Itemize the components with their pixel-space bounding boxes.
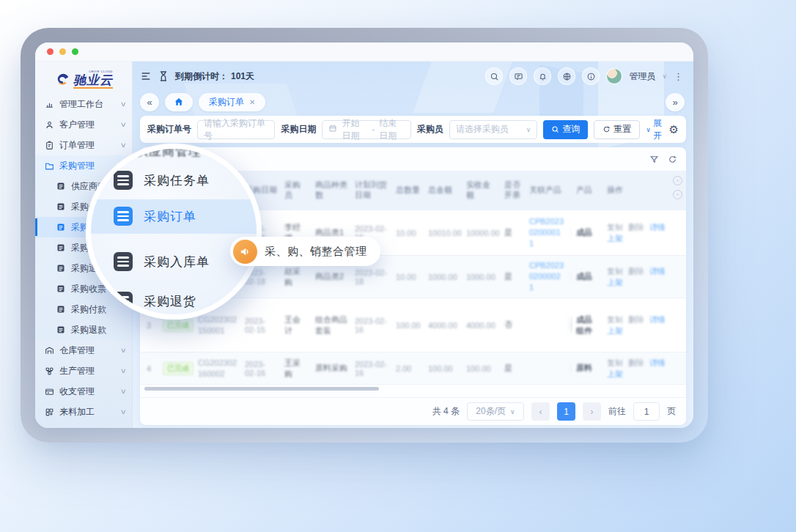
page-size-value: 20条/页 (476, 405, 506, 418)
message-icon[interactable] (509, 67, 527, 85)
table-cell: 100.00 (424, 363, 463, 374)
row-action-link[interactable]: 复制 (607, 267, 623, 276)
column-config-icon[interactable]: ◦ (673, 176, 682, 185)
callout-text: 采、购、销整合管理 (265, 245, 367, 259)
magnifier-item-采购入库单[interactable]: 采购入库单 (114, 249, 210, 274)
sidebar-item-仓库管理[interactable]: 仓库管理∨ (35, 340, 132, 361)
search-icon[interactable] (485, 67, 503, 85)
table-row: 4已完成CG2023021600022023-02-16王采购原料采购2023-… (140, 352, 686, 385)
cell-text[interactable]: CPB202302000021 (529, 260, 569, 293)
page-size-select[interactable]: 20条/页 ∨ (467, 402, 524, 421)
row-action-link[interactable]: 删除 (628, 315, 644, 324)
table-cell: 4 (143, 363, 159, 374)
scrollbar-thumb[interactable] (144, 387, 379, 391)
purchase-icon (44, 160, 54, 171)
next-icon: › (591, 407, 594, 417)
row-action-link[interactable]: 复制 (607, 223, 623, 232)
date-start-placeholder: 开始日期 (342, 117, 367, 142)
row-action-link[interactable]: 删除 (628, 358, 644, 367)
page-number: 1 (564, 407, 569, 417)
countdown-label: 到期倒计时： (175, 70, 228, 83)
sidebar-item-订单管理[interactable]: 订单管理∨ (35, 135, 132, 155)
sidebar-item-采购退款[interactable]: 采购退款 (35, 319, 132, 340)
date-range-input[interactable]: 开始日期 - 结束日期 (322, 120, 411, 139)
sidebar-item-收支管理[interactable]: 收支管理∨ (35, 381, 132, 402)
window-titlebar (35, 43, 693, 62)
order-no-input[interactable]: 请输入采购订单号 (197, 120, 275, 139)
table-cell: 1000.00 (424, 271, 463, 283)
row-action-link[interactable]: 详情 (649, 267, 666, 276)
column-header: 总金额 (424, 183, 463, 198)
filter-funnel-icon[interactable] (649, 155, 659, 164)
globe-icon[interactable] (558, 67, 575, 85)
list-icon (56, 222, 66, 232)
row-action-link[interactable]: 上架 (607, 369, 623, 378)
table-cell: 复制删除详情上架 (603, 265, 685, 289)
bell-icon[interactable] (534, 67, 551, 85)
list-icon (56, 243, 66, 253)
magnifier-item-采购订单[interactable]: 采购订单 (114, 204, 196, 229)
cell-text: 王采购 (284, 358, 301, 378)
expand-label: 展开 (653, 117, 663, 142)
row-action-link[interactable]: 详情 (649, 315, 666, 324)
table-cell: 4000.00 (463, 319, 501, 331)
production-icon (44, 366, 54, 376)
sidebar-item-管理工作台[interactable]: 管理工作台∨ (35, 94, 132, 114)
filter-settings-gear-icon[interactable]: ⚙ (669, 123, 679, 136)
avatar[interactable] (606, 68, 622, 84)
magnifier-item-采购任务单[interactable]: 采购任务单 (114, 168, 210, 193)
table-cell: CPB202302000011 (526, 215, 572, 251)
list-icon (56, 304, 66, 314)
more-menu-icon[interactable]: ⋮ (674, 71, 683, 82)
select-chevron-down-icon: ∨ (526, 126, 531, 133)
calendar-icon (328, 124, 337, 135)
cell-text: 2023-02-16 (355, 360, 387, 377)
buyer-select[interactable]: 请选择采购员 ∨ (449, 120, 537, 139)
prev-page-button[interactable]: ‹ (531, 402, 550, 421)
sidebar-item-来料加工[interactable]: 来料加工∨ (35, 402, 132, 422)
home-tab[interactable] (165, 93, 193, 111)
row-action-link[interactable]: 详情 (649, 358, 666, 367)
sidebar-item-采购付款[interactable]: 采购付款 (35, 299, 132, 319)
tab-label: 采购订单 (209, 96, 244, 108)
row-action-link[interactable]: 上架 (607, 278, 623, 287)
cell-text: 4000.00 (428, 321, 457, 330)
next-page-button[interactable]: › (583, 402, 601, 421)
tab-purchase-order[interactable]: 采购订单 ✕ (199, 93, 265, 111)
expand-filters-link[interactable]: ∨ 展开 (646, 117, 663, 142)
page-1-button[interactable]: 1 (557, 402, 575, 421)
row-action-link[interactable]: 删除 (628, 267, 644, 276)
maximize-traffic-light[interactable] (72, 48, 78, 55)
close-traffic-light[interactable] (47, 48, 54, 55)
cell-text[interactable]: CPB202302000011 (529, 216, 569, 249)
row-action-link[interactable]: 复制 (607, 315, 623, 324)
collapse-sidebar-icon[interactable] (140, 70, 152, 82)
user-name[interactable]: 管理员 (629, 70, 655, 83)
goto-page-input[interactable]: 1 (633, 402, 660, 421)
row-action-link[interactable]: 复制 (607, 358, 623, 367)
buyer-placeholder: 请选择采购员 (456, 123, 522, 136)
row-action-link[interactable]: 上架 (607, 326, 623, 335)
minimize-traffic-light[interactable] (59, 48, 66, 55)
chevron-down-icon: ∨ (120, 100, 127, 108)
tabs-forward-chevron[interactable]: » (666, 93, 685, 111)
expand-chevron-icon: ∨ (646, 126, 651, 133)
table-cell (526, 367, 572, 370)
row-action-link[interactable]: 上架 (607, 234, 623, 243)
row-action-link[interactable]: 详情 (649, 223, 666, 232)
tabs-back-chevron[interactable]: « (140, 93, 159, 111)
refresh-icon[interactable] (668, 155, 677, 164)
tab-close-icon[interactable]: ✕ (249, 98, 255, 106)
sidebar-item-生产管理[interactable]: 生产管理∨ (35, 361, 132, 381)
cell-text: 商品类1 (315, 228, 344, 237)
cell-text: 4000.00 (466, 321, 495, 330)
sidebar-item-label: 生产管理 (59, 365, 116, 377)
sidebar-item-客户管理[interactable]: 客户管理∨ (35, 114, 132, 135)
info-icon[interactable] (582, 67, 600, 85)
cell-text: 4 (147, 364, 151, 373)
search-button[interactable]: 查询 (543, 120, 588, 139)
row-action-link[interactable]: 删除 (628, 223, 644, 232)
total-count: 共 4 条 (432, 405, 460, 418)
reset-button[interactable]: 重置 (594, 120, 640, 139)
column-header: 关联产品 (526, 183, 572, 198)
